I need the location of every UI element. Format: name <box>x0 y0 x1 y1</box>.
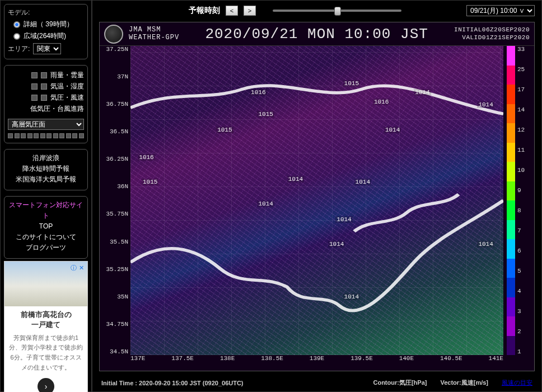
colorbar <box>507 46 515 355</box>
contour-label: 1014 <box>257 200 274 207</box>
contour-label: 1015 <box>142 179 158 185</box>
map-header: JMA MSMWEATHER-GPV 2020/09/21 MON 10:00 … <box>100 22 534 46</box>
time-slider[interactable] <box>273 7 401 15</box>
sidebar: モデル: 詳細（ 39時間） 広域(264時間) エリア: 関東 雨量・雲量 気… <box>0 0 92 392</box>
y-tick: 34.75N <box>102 321 128 328</box>
checkbox-icon <box>31 72 38 78</box>
contour-label: 1014 <box>477 101 494 108</box>
cbar-tick: 1 <box>517 348 531 355</box>
cbar-tick: 5 <box>517 268 531 274</box>
cbar-tick: 33 <box>517 46 531 53</box>
link-about[interactable]: このサイトについて <box>16 233 76 241</box>
model-label: モデル: <box>8 8 84 17</box>
y-tick: 35.5N <box>102 239 128 245</box>
contour-label: 1014 <box>287 176 304 183</box>
cbar-tick: 9 <box>517 187 531 194</box>
cbar-tick: 3 <box>517 308 531 315</box>
upper-level-select[interactable]: 高層気圧面 <box>8 119 84 130</box>
cbar-tick: 17 <box>517 86 531 93</box>
y-tick: 36N <box>102 183 128 190</box>
forecast-time-label: 予報時刻 <box>189 6 220 16</box>
cbar-tick: 10 <box>517 167 531 174</box>
y-tick: 35.25N <box>102 266 128 273</box>
layer-temp-humid[interactable]: 気温・湿度 <box>8 82 84 91</box>
layer-rain-cloud[interactable]: 雨量・雲量 <box>8 71 84 80</box>
x-tick: 140E <box>399 355 414 365</box>
palette-row <box>8 133 84 138</box>
y-tick: 36.25N <box>102 156 128 162</box>
cbar-tick: 8 <box>517 207 531 214</box>
ad-info-icon[interactable]: ⓘ <box>71 264 77 272</box>
cbar-tick: 11 <box>517 147 531 153</box>
footer-contour: Contour:気圧[hPa] <box>373 379 427 387</box>
checkbox-icon <box>41 83 47 90</box>
y-axis: 37.25N37N36.75N36.5N36.25N36N35.75N35.5N… <box>100 46 130 355</box>
area-label: エリア: <box>8 44 30 54</box>
map-footer: Initial Time : 2020-09-20 15:00 JST (092… <box>101 379 532 387</box>
model-detailed-option[interactable]: 詳細（ 39時間） <box>8 20 84 29</box>
link-coastal[interactable]: 沿岸波浪 <box>32 154 59 162</box>
x-tick: 137E <box>130 355 145 365</box>
ad-hero-image: ⓘ✕ <box>4 262 87 306</box>
site-links-panel: スマートフォン対応サイト TOP このサイトについて ブログパーツ <box>4 196 88 259</box>
x-tick: 139E <box>310 355 324 365</box>
topbar: 予報時刻 < > 09/21(月) 10:00 ∨ <box>92 1 541 18</box>
x-tick: 138E <box>220 355 235 365</box>
cbar-tick: 6 <box>517 248 531 254</box>
ad-close-icon[interactable]: ✕ <box>79 264 84 272</box>
y-tick: 37.25N <box>102 46 128 53</box>
ad-arrow-icon[interactable]: › <box>38 378 54 392</box>
x-tick: 137.5E <box>171 355 194 365</box>
checkbox-icon <box>41 72 47 78</box>
ad-card[interactable]: ⓘ✕ 前橋市高花台の一戸建て 芳賀保育所まで徒歩約1分、芳賀小学校まで徒歩約6分… <box>4 261 88 393</box>
model-wide-label: 広域(264時間) <box>24 31 66 41</box>
map-datetime: 2020/09/21 MON 10:00 JST <box>185 26 448 43</box>
contour-label: 1016 <box>373 99 390 105</box>
contour-label: 1014 <box>335 216 352 223</box>
model-panel: モデル: 詳細（ 39時間） 広域(264時間) エリア: 関東 <box>4 4 88 59</box>
layer-pres-wind[interactable]: 気圧・風速 <box>8 93 84 102</box>
next-button[interactable]: > <box>244 6 256 16</box>
cbar-tick: 14 <box>517 106 531 113</box>
y-tick: 37N <box>102 73 128 80</box>
cbar-tick: 2 <box>517 328 531 335</box>
footer-vector: Vector:風速[m/s] <box>440 379 488 387</box>
coastline <box>130 46 503 355</box>
cbar-tick: 12 <box>517 127 531 133</box>
map-plot[interactable]: 1016101510141014101510161015101410161015… <box>130 46 503 355</box>
link-wind-guide[interactable]: 風速の目安 <box>502 379 532 387</box>
checkbox-icon <box>31 83 38 90</box>
footer-initial-time: Initial Time : 2020-09-20 15:00 JST (092… <box>101 380 244 386</box>
model-wide-option[interactable]: 広域(264時間) <box>8 31 84 41</box>
y-tick: 36.5N <box>102 128 128 135</box>
layer-panel: 雨量・雲量 気温・湿度 気圧・風速 低気圧・台風進路 高層気圧面 <box>4 65 88 143</box>
x-axis: 137E137.5E138E138.5E139E139.5E140E140.5E… <box>130 355 503 365</box>
link-noaa[interactable]: 米国海洋大気局予報 <box>16 175 76 183</box>
contour-label: 1014 <box>414 89 431 96</box>
colorbar-ticks: 33251714121110987654321 <box>517 46 531 355</box>
contour-label: 1015 <box>343 80 360 87</box>
typhoon-icon <box>104 25 123 44</box>
radio-unchecked-icon <box>13 33 20 40</box>
ad-title: 前橋市高花台の一戸建て <box>4 306 87 331</box>
contour-label: 1016 <box>250 89 267 96</box>
link-sp-site[interactable]: スマートフォン対応サイト <box>9 201 83 220</box>
y-tick: 35.75N <box>102 211 128 217</box>
cbar-tick: 7 <box>517 227 531 234</box>
layer-low-typhoon[interactable]: 低気圧・台風進路 <box>8 104 84 114</box>
contour-label: 1014 <box>354 179 371 185</box>
slider-thumb[interactable] <box>334 7 341 16</box>
prev-button[interactable]: < <box>226 6 238 16</box>
time-select[interactable]: 09/21(月) 10:00 ∨ <box>466 5 535 16</box>
link-top[interactable]: TOP <box>39 222 53 230</box>
radio-checked-icon <box>13 21 20 28</box>
link-shortrain[interactable]: 降水短時間予報 <box>22 165 69 172</box>
cbar-tick: 4 <box>517 288 531 295</box>
contour-label: 1015 <box>216 127 233 133</box>
init-valid: INITIAL06Z20SEP2020VALID01Z21SEP2020 <box>454 26 530 41</box>
area-select[interactable]: 関東 <box>33 43 61 54</box>
link-blogparts[interactable]: ブログパーツ <box>26 244 66 251</box>
main-panel: 予報時刻 < > 09/21(月) 10:00 ∨ JMA MSMWEATHER… <box>92 0 542 392</box>
contour-label: 1014 <box>477 241 494 248</box>
ad-body: 芳賀保育所まで徒歩約1分、芳賀小学校まで徒歩約6分。子育て世帯にオススメの住まい… <box>4 331 87 376</box>
